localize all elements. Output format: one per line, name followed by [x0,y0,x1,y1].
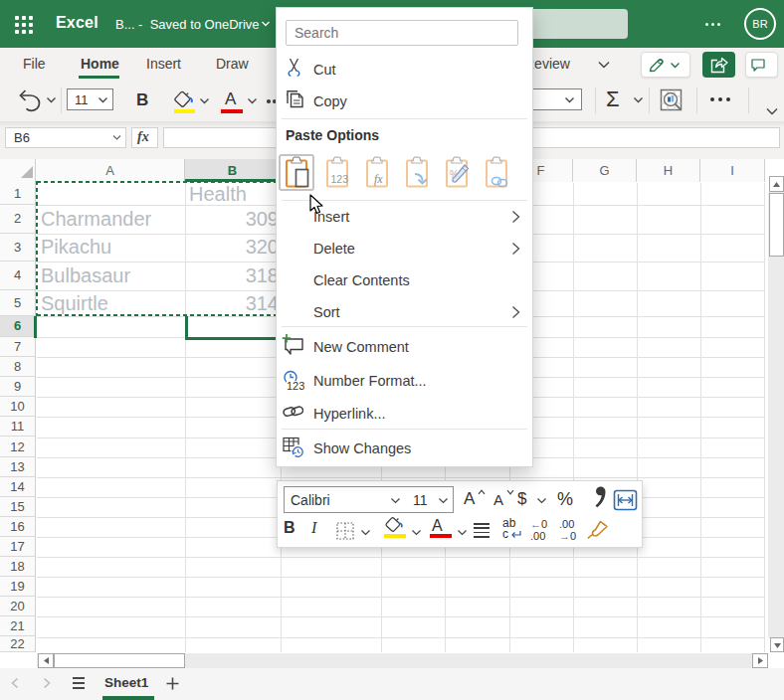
svg-text:123: 123 [287,380,304,392]
svg-text:123: 123 [331,173,349,185]
svg-text:fx: fx [374,172,383,186]
